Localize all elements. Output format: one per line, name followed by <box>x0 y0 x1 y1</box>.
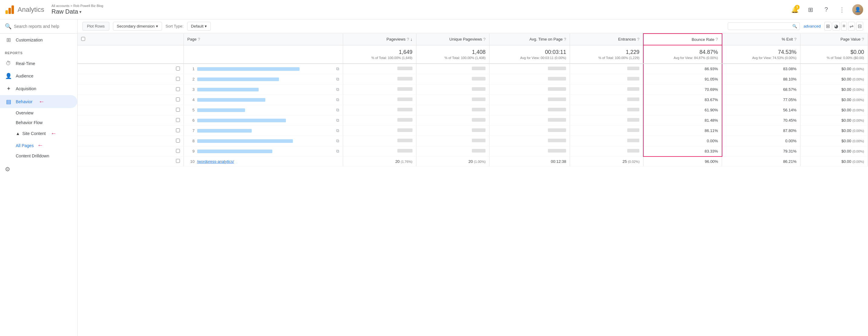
table-search-icon[interactable]: 🔍 <box>792 24 797 29</box>
row-pageviews-blurred <box>397 98 412 101</box>
settings-area[interactable]: ⚙ <box>0 161 77 178</box>
pivot-view-button[interactable]: ⊟ <box>856 22 863 31</box>
secondary-dimension-select[interactable]: Secondary dimension ▾ <box>113 22 162 31</box>
th-unique-help-icon[interactable]: ? <box>484 37 486 42</box>
row-entrances-blurred <box>627 98 639 101</box>
row-copy-icon[interactable]: ⧉ <box>336 148 339 154</box>
advanced-link[interactable]: advanced <box>804 24 820 29</box>
th-pct-exit: % Exit ? <box>722 34 801 45</box>
row-avg-time <box>489 85 570 95</box>
sidebar-item-realtime[interactable]: ⏱ Real-Time <box>0 57 77 70</box>
row-checkbox[interactable] <box>176 87 180 91</box>
row-copy-icon[interactable]: ⧉ <box>336 76 339 82</box>
user-avatar[interactable]: 👤 <box>852 4 863 15</box>
help-icon: ? <box>825 6 828 13</box>
th-bounce-rate-help-icon[interactable]: ? <box>716 37 718 42</box>
row-unique-pageviews <box>416 64 489 74</box>
row-page-value-value: $0.00 <box>841 139 851 143</box>
th-pct-exit-help-icon[interactable]: ? <box>794 37 797 42</box>
sidebar-expand-site-content[interactable]: ▲ Site Content ← <box>0 128 77 139</box>
row-page-cell: 6 ⧉ <box>184 115 343 126</box>
content-area: Plot Rows Secondary dimension ▾ Sort Typ… <box>78 20 868 336</box>
row-page-value: $0.00 (0.00%) <box>800 146 868 157</box>
row-checkbox[interactable] <box>176 108 180 112</box>
row-checkbox[interactable] <box>176 118 180 122</box>
sidebar-item-behavior[interactable]: ▤ Behavior ← <box>0 95 77 108</box>
list-view-button[interactable]: ≡ <box>841 22 847 31</box>
row-checkbox[interactable] <box>176 128 180 132</box>
search-bar[interactable]: 🔍 Search reports and help <box>0 20 77 34</box>
view-selector[interactable]: Raw Data ▾ <box>52 8 789 15</box>
row-entrances <box>570 115 643 126</box>
sidebar-sub-item-content-drilldown[interactable]: Content Drilldown <box>0 151 77 161</box>
th-bounce-rate-label: Bounce Rate <box>692 37 714 42</box>
row-checkbox-cell <box>78 126 184 136</box>
th-page-help-icon[interactable]: ? <box>198 37 200 42</box>
th-page-value-help-icon[interactable]: ? <box>862 37 864 42</box>
row-entrances <box>570 95 643 105</box>
th-entrances-help-icon[interactable]: ? <box>637 37 640 42</box>
sort-default-label: Default <box>191 24 204 29</box>
row-copy-icon[interactable]: ⧉ <box>336 118 339 123</box>
row-checkbox[interactable] <box>176 149 180 153</box>
row-checkbox[interactable] <box>176 67 180 70</box>
grid-view-button[interactable]: ⊞ <box>825 22 831 31</box>
row-checkbox[interactable] <box>176 77 180 81</box>
more-options-button[interactable]: ⋮ <box>837 4 847 15</box>
table-search-input[interactable] <box>731 24 791 29</box>
apps-button[interactable]: ⊞ <box>805 4 816 15</box>
row-copy-icon[interactable]: ⧉ <box>336 97 339 102</box>
row-pct-exit: 0.00% <box>722 136 801 146</box>
sidebar-item-audience[interactable]: 👤 Audience <box>0 70 77 82</box>
sidebar-sub-item-behavior-flow[interactable]: Behavior Flow <box>0 118 77 128</box>
row-copy-icon[interactable]: ⧉ <box>336 128 339 133</box>
sort-type-select[interactable]: Default ▾ <box>187 22 211 31</box>
summary-pageviews: 1,649 % of Total: 100.00% (1,649) <box>343 45 416 64</box>
table-search-box[interactable]: 🔍 <box>728 23 800 30</box>
row-avg-time <box>489 105 570 115</box>
comparison-view-button[interactable]: ⇌ <box>848 22 855 31</box>
row-entrances <box>570 126 643 136</box>
row-bounce-rate-value: 91.05% <box>705 77 718 81</box>
row-paren-value: (0.00%) <box>852 119 864 122</box>
row-number: 4 <box>187 98 195 102</box>
row-checkbox[interactable] <box>176 98 180 101</box>
sidebar-sub-item-overview[interactable]: Overview <box>0 108 77 118</box>
summary-unique-pageviews: 1,408 % of Total: 100.00% (1,408) <box>416 45 489 64</box>
footer-page-link[interactable]: /wordpress-analytics/ <box>197 159 234 164</box>
row-pageviews <box>343 136 416 146</box>
pie-view-button[interactable]: ◕ <box>833 22 840 31</box>
row-unique-pageviews <box>416 85 489 95</box>
row-pageviews-blurred <box>397 118 412 122</box>
notification-button[interactable]: 🔔 1 <box>789 4 800 15</box>
row-checkbox[interactable] <box>176 139 180 142</box>
th-pageviews-sort-icon[interactable]: ↓ <box>410 37 412 42</box>
help-button[interactable]: ? <box>821 4 832 15</box>
sidebar-item-acquisition[interactable]: ✦ Acquisition <box>0 82 77 95</box>
row-entrances <box>570 146 643 157</box>
row-copy-icon[interactable]: ⧉ <box>336 87 339 92</box>
row-copy-icon[interactable]: ⧉ <box>336 138 339 143</box>
plot-rows-button[interactable]: Plot Rows <box>82 22 109 31</box>
sidebar-item-customization[interactable]: ⊞ Customization <box>0 34 77 46</box>
row-copy-icon[interactable]: ⧉ <box>336 107 339 112</box>
summary-page-value-value: $0.00 <box>804 49 864 56</box>
footer-checkbox-cell <box>78 157 184 167</box>
search-bar-label[interactable]: Search reports and help <box>14 24 59 29</box>
row-pct-exit-value: 68.57% <box>783 87 797 92</box>
row-page-bar-container <box>197 77 334 81</box>
row-copy-icon[interactable]: ⧉ <box>336 66 339 71</box>
search-icon: 🔍 <box>5 23 11 30</box>
th-pageviews-help-icon[interactable]: ? <box>407 37 409 42</box>
th-avg-time-help-icon[interactable]: ? <box>564 37 566 42</box>
row-entrances <box>570 105 643 115</box>
th-page: Page ? <box>184 34 343 45</box>
row-bounce-rate: 91.05% <box>643 74 722 85</box>
table-header-row: Page ? Pageviews ? ↓ <box>78 34 868 45</box>
select-all-checkbox[interactable] <box>81 37 85 41</box>
row-page-bar-container <box>197 129 334 133</box>
footer-checkbox[interactable] <box>176 159 180 163</box>
settings-icon: ⚙ <box>5 166 10 172</box>
sidebar-sub-item-all-pages[interactable]: All Pages ← <box>0 139 77 151</box>
row-entrances <box>570 85 643 95</box>
